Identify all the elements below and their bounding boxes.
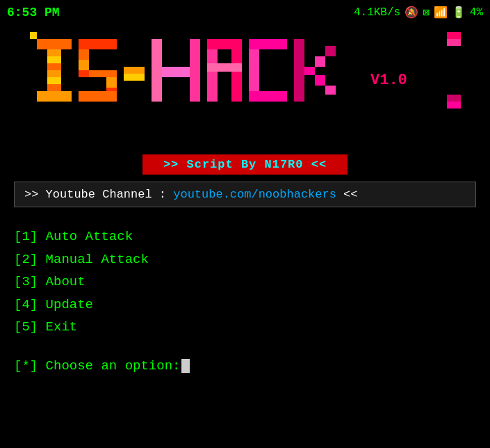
svg-rect-5 xyxy=(47,77,61,84)
svg-rect-0 xyxy=(37,39,72,49)
svg-rect-13 xyxy=(106,77,117,88)
svg-rect-19 xyxy=(190,39,200,102)
svg-rect-6 xyxy=(47,84,61,91)
script-by-banner: >> Script By N17R0 << xyxy=(0,154,490,175)
x-box-icon: ⊠ xyxy=(423,6,430,19)
svg-rect-41 xyxy=(447,102,461,109)
svg-rect-15 xyxy=(79,91,117,102)
logo-svg: V1.0 xyxy=(30,32,461,143)
svg-rect-12 xyxy=(89,70,117,77)
menu-num-1: [1] xyxy=(14,229,46,244)
menu: [1] Auto Attack [2] Manual Attack [3] Ab… xyxy=(0,214,490,347)
svg-rect-16 xyxy=(124,67,145,74)
svg-rect-22 xyxy=(207,49,218,63)
yt-prefix: >> xyxy=(24,188,38,201)
menu-item-3[interactable]: [3] About xyxy=(14,272,476,292)
menu-item-4[interactable]: [4] Update xyxy=(14,295,476,315)
svg-rect-29 xyxy=(249,91,287,102)
yt-link: youtube.com/noobhackers xyxy=(173,188,336,201)
svg-rect-9 xyxy=(79,49,89,60)
svg-rect-38 xyxy=(447,32,461,39)
status-bar: 6:53 PM 4.1KB/s 🔕 ⊠ 📶 🔋 4% xyxy=(0,0,490,25)
svg-rect-2 xyxy=(47,56,61,63)
battery-icon: 🔋 xyxy=(452,6,466,19)
svg-rect-18 xyxy=(152,39,162,102)
menu-text-2: Manual Attack xyxy=(46,252,149,267)
menu-num-3: [3] xyxy=(14,274,46,289)
svg-rect-27 xyxy=(249,39,287,49)
menu-text-1: Auto Attack xyxy=(46,229,133,244)
menu-num-5: [5] xyxy=(14,319,46,335)
yt-label: Youtube Channel : xyxy=(46,188,174,201)
prompt-text: [*] Choose an option: xyxy=(14,358,180,374)
svg-rect-21 xyxy=(207,39,242,49)
svg-rect-10 xyxy=(79,60,89,70)
svg-rect-24 xyxy=(207,63,242,72)
svg-rect-17 xyxy=(124,74,145,81)
svg-rect-32 xyxy=(315,56,325,67)
menu-item-1[interactable]: [1] Auto Attack xyxy=(14,227,476,247)
svg-rect-37 xyxy=(30,32,37,39)
svg-rect-25 xyxy=(207,72,218,102)
input-line: [*] Choose an option: xyxy=(0,347,490,374)
menu-text-4: Update xyxy=(46,297,93,312)
menu-item-5[interactable]: [5] Exit xyxy=(14,317,476,337)
battery-percent: 4% xyxy=(470,6,483,19)
svg-text:V1.0: V1.0 xyxy=(370,72,407,89)
svg-rect-26 xyxy=(231,72,242,102)
logo-area: V1.0 xyxy=(0,25,490,150)
svg-rect-1 xyxy=(47,49,61,56)
menu-item-2[interactable]: [2] Manual Attack xyxy=(14,250,476,270)
yt-suffix: << xyxy=(343,188,357,201)
svg-rect-8 xyxy=(79,39,117,49)
svg-rect-23 xyxy=(231,49,242,63)
svg-rect-7 xyxy=(37,91,72,102)
svg-rect-20 xyxy=(162,67,190,77)
menu-text-5: Exit xyxy=(46,319,78,335)
svg-rect-28 xyxy=(249,49,259,91)
svg-rect-11 xyxy=(79,70,89,77)
status-icons: 4.1KB/s 🔕 ⊠ 📶 🔋 4% xyxy=(354,6,483,19)
time-display: 6:53 PM xyxy=(7,6,60,19)
svg-rect-3 xyxy=(47,63,61,70)
cursor-block xyxy=(181,359,190,373)
svg-rect-30 xyxy=(294,39,304,102)
bell-mute-icon: 🔕 xyxy=(405,6,418,19)
svg-rect-33 xyxy=(325,46,336,56)
svg-rect-39 xyxy=(447,39,461,46)
svg-rect-4 xyxy=(47,70,61,77)
speed-display: 4.1KB/s xyxy=(354,6,400,19)
svg-rect-34 xyxy=(315,75,325,86)
menu-num-2: [2] xyxy=(14,252,46,267)
wifi-icon: 📶 xyxy=(434,6,448,19)
youtube-banner: >> Youtube Channel : youtube.com/noobhac… xyxy=(14,182,476,207)
svg-rect-31 xyxy=(304,67,315,75)
menu-num-4: [4] xyxy=(14,297,46,312)
menu-text-3: About xyxy=(46,274,85,289)
svg-rect-40 xyxy=(447,95,461,102)
svg-rect-35 xyxy=(325,86,336,95)
script-by-text: >> Script By N17R0 << xyxy=(142,154,348,175)
